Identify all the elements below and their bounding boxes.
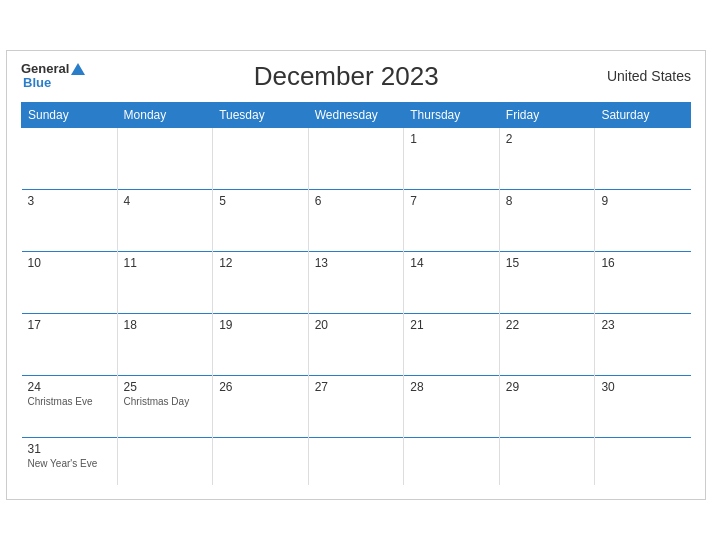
calendar-day-cell: 29: [499, 375, 595, 437]
calendar-day-cell: 1: [404, 127, 500, 189]
logo: General Blue: [21, 62, 85, 91]
calendar-week-row: 24Christmas Eve25Christmas Day2627282930: [22, 375, 691, 437]
day-number: 13: [315, 256, 398, 270]
header-thursday: Thursday: [404, 102, 500, 127]
day-number: 9: [601, 194, 684, 208]
calendar-grid: Sunday Monday Tuesday Wednesday Thursday…: [21, 102, 691, 486]
day-number: 5: [219, 194, 302, 208]
logo-general-text: General: [21, 62, 69, 76]
calendar-day-cell: 11: [117, 251, 213, 313]
calendar-day-cell: 4: [117, 189, 213, 251]
calendar-day-cell: 21: [404, 313, 500, 375]
calendar-day-cell: [213, 437, 309, 485]
calendar-day-cell: 2: [499, 127, 595, 189]
day-number: 10: [28, 256, 111, 270]
day-number: 6: [315, 194, 398, 208]
calendar-day-cell: 26: [213, 375, 309, 437]
calendar-week-row: 3456789: [22, 189, 691, 251]
calendar-day-cell: 10: [22, 251, 118, 313]
calendar-week-row: 12: [22, 127, 691, 189]
calendar-day-cell: 23: [595, 313, 691, 375]
day-number: 29: [506, 380, 589, 394]
day-number: 1: [410, 132, 493, 146]
calendar-day-cell: 5: [213, 189, 309, 251]
calendar-day-cell: 28: [404, 375, 500, 437]
day-number: 31: [28, 442, 111, 456]
calendar-container: General Blue December 2023 United States…: [6, 50, 706, 501]
calendar-day-cell: [213, 127, 309, 189]
day-number: 26: [219, 380, 302, 394]
day-number: 23: [601, 318, 684, 332]
day-number: 2: [506, 132, 589, 146]
day-number: 30: [601, 380, 684, 394]
day-number: 11: [124, 256, 207, 270]
country-label: United States: [607, 68, 691, 84]
calendar-day-cell: [499, 437, 595, 485]
calendar-day-cell: 6: [308, 189, 404, 251]
calendar-day-cell: [308, 127, 404, 189]
calendar-day-cell: [404, 437, 500, 485]
event-label: New Year's Eve: [28, 458, 111, 469]
day-number: 12: [219, 256, 302, 270]
calendar-day-cell: [595, 437, 691, 485]
logo-blue-text: Blue: [21, 76, 85, 90]
calendar-header: General Blue December 2023 United States: [21, 61, 691, 92]
day-number: 16: [601, 256, 684, 270]
day-number: 21: [410, 318, 493, 332]
calendar-day-cell: 17: [22, 313, 118, 375]
calendar-day-cell: 15: [499, 251, 595, 313]
logo-triangle-icon: [71, 63, 85, 75]
calendar-title: December 2023: [85, 61, 607, 92]
calendar-day-cell: 25Christmas Day: [117, 375, 213, 437]
header-friday: Friday: [499, 102, 595, 127]
calendar-day-cell: 14: [404, 251, 500, 313]
calendar-day-cell: 30: [595, 375, 691, 437]
day-number: 27: [315, 380, 398, 394]
calendar-day-cell: 13: [308, 251, 404, 313]
calendar-day-cell: [117, 127, 213, 189]
header-monday: Monday: [117, 102, 213, 127]
calendar-day-cell: 31New Year's Eve: [22, 437, 118, 485]
calendar-day-cell: 8: [499, 189, 595, 251]
day-number: 25: [124, 380, 207, 394]
day-number: 4: [124, 194, 207, 208]
calendar-day-cell: 3: [22, 189, 118, 251]
calendar-day-cell: 19: [213, 313, 309, 375]
calendar-day-cell: [595, 127, 691, 189]
calendar-day-cell: 18: [117, 313, 213, 375]
calendar-week-row: 31New Year's Eve: [22, 437, 691, 485]
day-number: 20: [315, 318, 398, 332]
day-number: 7: [410, 194, 493, 208]
day-number: 3: [28, 194, 111, 208]
event-label: Christmas Day: [124, 396, 207, 407]
header-saturday: Saturday: [595, 102, 691, 127]
day-number: 15: [506, 256, 589, 270]
event-label: Christmas Eve: [28, 396, 111, 407]
calendar-day-cell: 16: [595, 251, 691, 313]
day-number: 19: [219, 318, 302, 332]
header-sunday: Sunday: [22, 102, 118, 127]
calendar-day-cell: 12: [213, 251, 309, 313]
header-wednesday: Wednesday: [308, 102, 404, 127]
calendar-day-cell: [117, 437, 213, 485]
day-number: 28: [410, 380, 493, 394]
calendar-day-cell: 20: [308, 313, 404, 375]
day-number: 24: [28, 380, 111, 394]
calendar-day-cell: 9: [595, 189, 691, 251]
calendar-day-cell: 22: [499, 313, 595, 375]
calendar-week-row: 10111213141516: [22, 251, 691, 313]
calendar-day-cell: 7: [404, 189, 500, 251]
calendar-day-cell: [308, 437, 404, 485]
day-number: 17: [28, 318, 111, 332]
day-number: 8: [506, 194, 589, 208]
weekday-header-row: Sunday Monday Tuesday Wednesday Thursday…: [22, 102, 691, 127]
calendar-day-cell: 24Christmas Eve: [22, 375, 118, 437]
calendar-week-row: 17181920212223: [22, 313, 691, 375]
day-number: 22: [506, 318, 589, 332]
day-number: 14: [410, 256, 493, 270]
calendar-day-cell: 27: [308, 375, 404, 437]
calendar-day-cell: [22, 127, 118, 189]
header-tuesday: Tuesday: [213, 102, 309, 127]
day-number: 18: [124, 318, 207, 332]
